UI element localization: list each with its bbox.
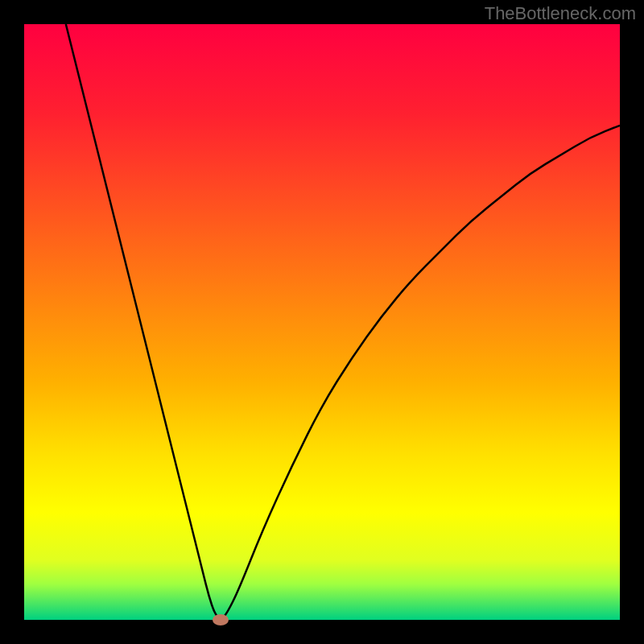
- chart-curve: [24, 24, 620, 620]
- chart-plot-area: [24, 24, 620, 620]
- chart-marker: [213, 614, 229, 625]
- watermark-label: TheBottleneck.com: [485, 3, 636, 24]
